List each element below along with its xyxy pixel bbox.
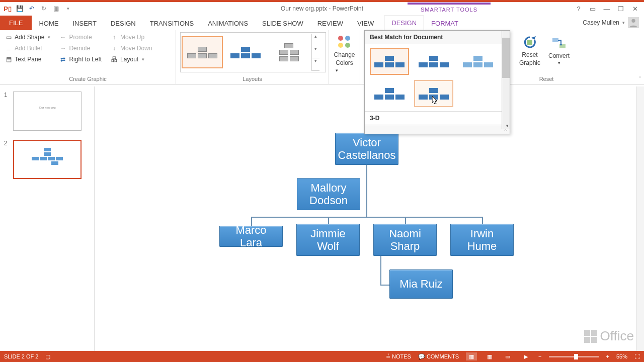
org-node-child-2[interactable]: Jimmie Wolf xyxy=(296,224,360,256)
layout-thumb-3[interactable] xyxy=(268,36,309,68)
smartart-tools-label: SMARTART TOOLS xyxy=(408,3,491,13)
promote-icon: ← xyxy=(59,34,66,41)
restore-icon[interactable]: ❐ xyxy=(616,5,626,13)
redo-icon[interactable]: ↻ xyxy=(39,4,48,13)
slide-number: 2 xyxy=(4,140,9,179)
tab-smartart-design[interactable]: DESIGN xyxy=(384,16,424,30)
change-colors-button[interactable]: Change Colors ▾ xyxy=(333,32,356,75)
layout-thumb-2[interactable] xyxy=(225,36,266,68)
add-bullet-button[interactable]: ≣Add Bullet xyxy=(4,43,51,53)
tab-transitions[interactable]: TRANSITIONS xyxy=(143,17,201,30)
text-pane-button[interactable]: ▤Text Pane xyxy=(4,54,51,64)
save-icon[interactable]: 💾 xyxy=(15,4,24,13)
org-node-child-3[interactable]: Naomi Sharp xyxy=(373,224,437,256)
tab-home[interactable]: HOME xyxy=(32,17,65,30)
office-logo-icon xyxy=(584,330,597,343)
tab-design[interactable]: DESIGN xyxy=(104,17,143,30)
undo-icon[interactable]: ↶ xyxy=(27,4,36,13)
tab-slideshow[interactable]: SLIDE SHOW xyxy=(255,17,310,30)
slide-number: 1 xyxy=(4,92,9,131)
move-up-button[interactable]: ↑Move Up xyxy=(110,32,153,42)
ribbon: ▭Add Shape▾ ≣Add Bullet ▤Text Pane ←Prom… xyxy=(0,30,644,84)
zoom-slider[interactable] xyxy=(549,356,599,357)
layout-thumb-1[interactable] xyxy=(182,36,223,68)
org-node-child-1[interactable]: Marco Lara xyxy=(219,226,283,247)
tab-smartart-format[interactable]: FORMAT xyxy=(424,17,465,30)
svg-point-2 xyxy=(345,36,350,41)
svg-rect-5 xyxy=(527,40,532,45)
tab-file[interactable]: FILE xyxy=(0,16,32,30)
style-thumb-3[interactable] xyxy=(458,48,498,75)
sorter-view-icon[interactable]: ▦ xyxy=(484,352,495,360)
spin-down-icon[interactable]: ▾ xyxy=(312,46,319,59)
right-to-left-button[interactable]: ⇄Right to Left xyxy=(58,54,103,64)
text-pane-icon: ▤ xyxy=(5,56,12,63)
window-title: Our new org.pptx - PowerPoint xyxy=(281,5,363,12)
layout-button[interactable]: 品Layout▾ xyxy=(110,54,153,64)
slide-counter[interactable]: SLIDE 2 OF 2 xyxy=(4,353,38,359)
spellcheck-icon[interactable]: ▢ xyxy=(45,353,50,360)
add-shape-button[interactable]: ▭Add Shape▾ xyxy=(4,32,51,42)
group-change-colors: Change Colors ▾ xyxy=(329,30,360,84)
zoom-out-icon[interactable]: − xyxy=(538,353,541,359)
smartart-styles-panel: Best Match for Document 3-D ▾ ⁙ xyxy=(364,30,510,134)
org-node-assistant[interactable]: Mallory Dodson xyxy=(297,178,360,210)
workspace: 1 Our new org 2 xyxy=(0,86,644,351)
slide-thumb-1[interactable]: Our new org xyxy=(13,92,82,131)
notes-button[interactable]: ≟ NOTES xyxy=(386,353,411,360)
reading-view-icon[interactable]: ▭ xyxy=(502,352,513,360)
style-thumb-2[interactable] xyxy=(414,48,453,75)
org-node-child-4[interactable]: Irwin Hume xyxy=(450,224,514,256)
org-node-grandchild[interactable]: Mia Ruiz xyxy=(389,269,453,299)
user-menu-chevron-icon: ▾ xyxy=(622,20,625,25)
svg-point-4 xyxy=(345,43,350,48)
comments-button[interactable]: 💬 COMMENTS xyxy=(418,353,459,360)
ribbon-options-icon[interactable]: ▭ xyxy=(588,5,598,13)
styles-panel-resize[interactable]: ⁙ xyxy=(365,125,510,134)
spin-more-icon[interactable]: ▾ xyxy=(312,58,319,71)
tab-insert[interactable]: INSERT xyxy=(65,17,103,30)
convert-icon xyxy=(551,35,567,51)
style-thumb-1[interactable] xyxy=(370,48,409,75)
tab-review[interactable]: REVIEW xyxy=(310,17,350,30)
add-bullet-icon: ≣ xyxy=(5,45,12,52)
spin-up-icon[interactable]: ▴ xyxy=(312,34,319,46)
close-icon[interactable]: ✕ xyxy=(630,5,640,13)
start-from-beginning-icon[interactable]: ▥ xyxy=(51,4,60,13)
promote-button[interactable]: ←Promote xyxy=(58,32,103,42)
slideshow-view-icon[interactable]: ▶ xyxy=(520,352,531,360)
move-down-button[interactable]: ↓Move Down xyxy=(110,43,153,53)
window-controls: ? ▭ — ❐ ✕ xyxy=(574,5,644,13)
status-bar: SLIDE 2 OF 2 ▢ ≟ NOTES 💬 COMMENTS ▦ ▦ ▭ … xyxy=(0,351,644,362)
fit-to-window-icon[interactable]: ⛶ xyxy=(634,353,640,359)
style-thumb-4[interactable] xyxy=(370,80,409,107)
zoom-level[interactable]: 55% xyxy=(616,353,627,359)
help-icon[interactable]: ? xyxy=(574,5,584,13)
minimize-icon[interactable]: — xyxy=(602,5,612,13)
org-node-ceo[interactable]: Victor Castellanos xyxy=(335,133,398,165)
tab-view[interactable]: VIEW xyxy=(350,17,381,30)
reset-graphic-button[interactable]: ResetGraphic xyxy=(515,32,544,68)
chevron-down-icon: ▾ xyxy=(48,35,50,40)
layouts-gallery[interactable]: ▴▾▾ xyxy=(180,32,326,72)
slide-thumb-2[interactable] xyxy=(13,140,82,179)
demote-button[interactable]: →Demote xyxy=(58,43,103,53)
svg-rect-6 xyxy=(552,38,558,42)
user-account[interactable]: Casey Mullen ▾ xyxy=(583,17,639,28)
change-colors-icon xyxy=(337,34,353,50)
dropdown-chevron-icon[interactable]: ▾ xyxy=(506,123,509,128)
zoom-in-icon[interactable]: + xyxy=(606,353,609,359)
qat-more-icon[interactable]: ▾ xyxy=(63,4,72,13)
group-label: Reset xyxy=(515,76,578,83)
normal-view-icon[interactable]: ▦ xyxy=(466,352,477,360)
layouts-spinner[interactable]: ▴▾▾ xyxy=(311,34,319,71)
styles-scrollbar[interactable]: ▾ xyxy=(502,31,510,129)
chevron-down-icon: ▾ xyxy=(142,57,144,62)
vertical-scrollbar[interactable] xyxy=(636,86,644,351)
title-bar: P▯ 💾 ↶ ↻ ▥ ▾ Our new org.pptx - PowerPoi… xyxy=(0,0,644,15)
convert-button[interactable]: Convert▾ xyxy=(544,32,574,68)
tab-animations[interactable]: ANIMATIONS xyxy=(201,17,255,30)
group-label: Layouts xyxy=(180,76,325,83)
collapse-ribbon-icon[interactable]: ˆ xyxy=(639,76,641,82)
styles-section-best-match: Best Match for Document xyxy=(365,31,510,44)
